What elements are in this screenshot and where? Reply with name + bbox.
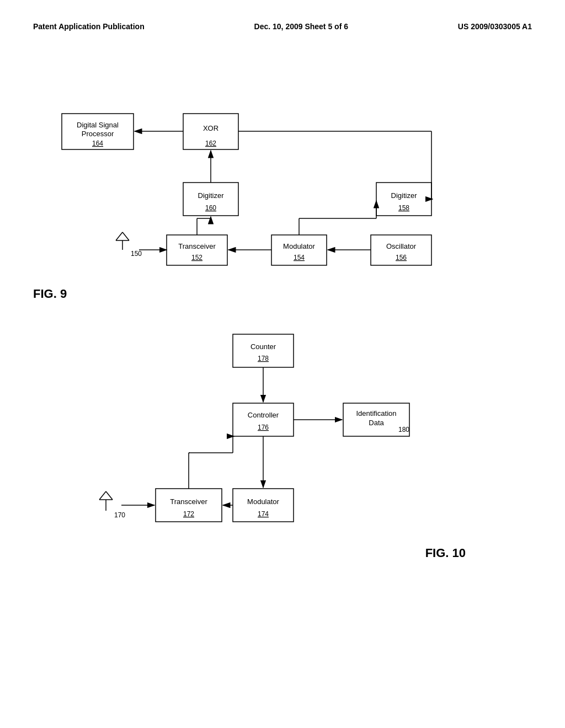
header-right: US 2009/0303005 A1 bbox=[458, 22, 532, 31]
dsp-label: Digital Signal bbox=[77, 121, 119, 129]
antenna170-ref: 170 bbox=[114, 511, 125, 519]
xor-label: XOR bbox=[203, 124, 218, 132]
counter-label: Counter bbox=[250, 342, 276, 351]
iddata-ref: 180 bbox=[398, 426, 409, 433]
controller-ref: 176 bbox=[258, 424, 269, 431]
digitizer158-ref: 158 bbox=[398, 204, 409, 212]
digitizer160-label: Digitizer bbox=[198, 191, 225, 200]
page-header: Patent Application Publication Dec. 10, … bbox=[33, 22, 532, 31]
svg-line-25 bbox=[106, 491, 113, 500]
transceiver172-label: Transceiver bbox=[170, 497, 207, 506]
fig9-svg: Digital Signal Processor 164 XOR 162 Dig… bbox=[33, 64, 532, 274]
fig9-container: Digital Signal Processor 164 XOR 162 Dig… bbox=[33, 64, 532, 276]
controller-label: Controller bbox=[248, 411, 279, 419]
modulator174-label: Modulator bbox=[247, 497, 279, 506]
page: Patent Application Publication Dec. 10, … bbox=[0, 0, 565, 728]
svg-line-24 bbox=[99, 491, 106, 500]
digitizer158-label: Digitizer bbox=[391, 191, 418, 200]
xor-ref: 162 bbox=[205, 140, 216, 147]
svg-line-5 bbox=[122, 232, 129, 240]
header-left: Patent Application Publication bbox=[33, 22, 145, 31]
oscillator-ref: 156 bbox=[396, 254, 407, 261]
digitizer160-ref: 160 bbox=[205, 204, 216, 212]
transceiver-ref: 152 bbox=[191, 254, 202, 261]
modulator-label: Modulator bbox=[283, 242, 315, 250]
counter-ref: 178 bbox=[258, 355, 269, 362]
modulator-ref: 154 bbox=[294, 254, 305, 261]
iddata-label1: Identification bbox=[356, 409, 397, 417]
modulator174-ref: 174 bbox=[258, 510, 269, 518]
antenna150-ref: 150 bbox=[131, 250, 142, 258]
dsp-ref: 164 bbox=[92, 140, 103, 147]
fig9-label: FIG. 9 bbox=[33, 287, 532, 301]
header-center: Dec. 10, 2009 Sheet 5 of 6 bbox=[254, 22, 348, 31]
iddata-label2: Data bbox=[369, 419, 384, 427]
svg-line-4 bbox=[116, 232, 122, 240]
fig10-container: Counter 178 Controller 176 Identificatio… bbox=[33, 323, 532, 557]
controller-box bbox=[233, 403, 294, 436]
oscillator-label: Oscillator bbox=[386, 242, 417, 250]
fig10-svg: Counter 178 Controller 176 Identificatio… bbox=[33, 323, 532, 555]
transceiver172-ref: 172 bbox=[183, 510, 194, 518]
transceiver-label: Transceiver bbox=[178, 242, 216, 250]
dsp-label2: Processor bbox=[82, 130, 114, 138]
